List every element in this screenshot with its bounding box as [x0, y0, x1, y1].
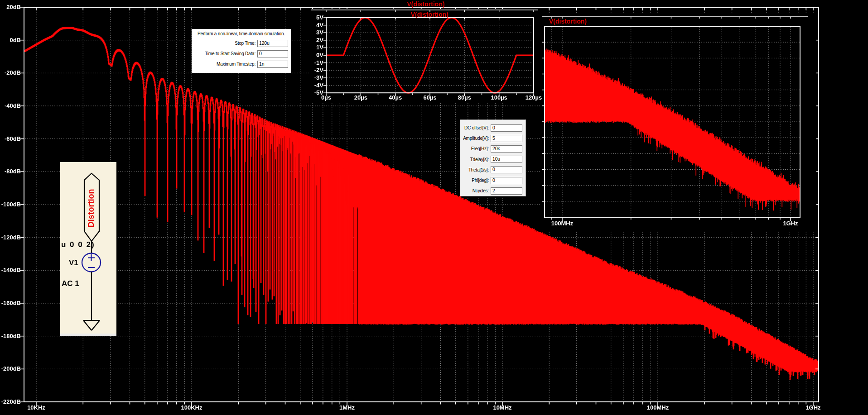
- phi-input[interactable]: 0: [491, 177, 522, 184]
- max-timestep-label: Maximum Timestep:: [192, 62, 256, 67]
- dc-offset-input[interactable]: 0: [491, 124, 522, 132]
- netlist-fragment-text: u 0 0 2): [61, 240, 95, 249]
- net-port-label: Distortion: [87, 179, 96, 238]
- dc-offset-label: DC offset[V]:: [460, 125, 489, 130]
- ncycles-row: Ncycles: 2: [460, 186, 526, 196]
- start-saving-row: Time to Start Saving Data: 0: [192, 48, 291, 59]
- amplitude-row: Amplitude[V]: 5: [460, 133, 526, 143]
- ground-symbol[interactable]: [83, 320, 100, 330]
- ltspice-window: V(distortion) V(distortion) V(distortion…: [0, 0, 868, 415]
- plus-terminal-icon: [88, 254, 95, 261]
- start-saving-input[interactable]: 0: [257, 50, 288, 57]
- amplitude-label: Amplitude[V]:: [460, 136, 489, 141]
- max-timestep-input[interactable]: 1n: [257, 61, 288, 68]
- dc-offset-row: DC offset[V]: 0: [460, 123, 526, 133]
- component-designator: V1: [69, 258, 78, 267]
- freq-input[interactable]: 20k: [491, 145, 522, 153]
- stop-time-input[interactable]: 120u: [257, 40, 288, 47]
- stop-time-row: Stop Time: 120u: [192, 38, 291, 48]
- theta-label: Theta[1/s]:: [460, 167, 489, 172]
- schematic-edge-strip: [60, 334, 116, 336]
- ncycles-label: Ncycles:: [460, 188, 489, 193]
- spice-directive: AC 1: [62, 279, 79, 288]
- freq-row: Freq[Hz]: 20k: [460, 143, 526, 154]
- phi-row: Phi[deg]: 0: [460, 175, 526, 186]
- tdelay-label: Tdelay[s]:: [460, 157, 489, 162]
- tdelay-row: Tdelay[s]: 10u: [460, 154, 526, 165]
- ncycles-input[interactable]: 2: [491, 187, 522, 195]
- start-saving-label: Time to Start Saving Data:: [192, 51, 256, 56]
- max-timestep-row: Maximum Timestep: 1n: [192, 59, 291, 69]
- theta-row: Theta[1/s]: 0: [460, 165, 526, 175]
- transient-simulation-dialog: Perform a non-linear, time-domain simula…: [192, 29, 291, 73]
- stop-time-label: Stop Time:: [192, 41, 256, 46]
- theta-input[interactable]: 0: [491, 166, 522, 173]
- freq-label: Freq[Hz]:: [460, 146, 489, 151]
- schematic-fragment: Distortion u 0 0 2) V1 AC 1: [60, 162, 116, 336]
- time-inset-title: V(distortion): [390, 11, 448, 18]
- sine-source-parameter-panel: DC offset[V]: 0 Amplitude[V]: 5 Freq[Hz]…: [460, 119, 526, 196]
- phi-label: Phi[deg]:: [460, 178, 489, 183]
- rf-inset-title: V(distortion): [549, 18, 587, 25]
- waveform-plot-canvas[interactable]: [0, 0, 868, 415]
- tdelay-input[interactable]: 10u: [491, 156, 522, 163]
- transient-dialog-title: Perform a non-linear, time-domain simula…: [192, 29, 291, 38]
- main-plot-title: V(distortion): [381, 0, 471, 8]
- amplitude-input[interactable]: 5: [491, 135, 522, 142]
